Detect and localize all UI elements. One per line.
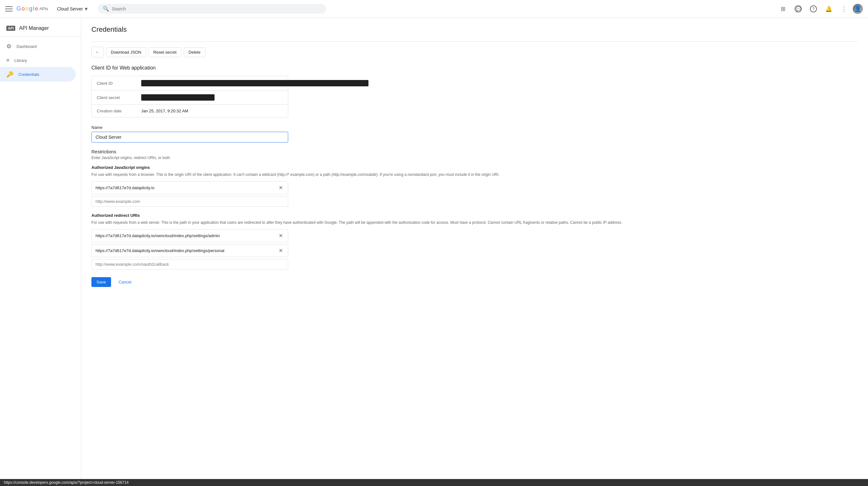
sidebar-item-dashboard[interactable]: ⚙ Dashboard — [0, 39, 76, 54]
client-id-row: Client ID ██████████████████████████████… — [92, 76, 288, 90]
redirect-uri-value-0: https://7a7d617e7d.dataplicity.io/ownclo… — [96, 233, 277, 238]
restrictions-section: Restrictions Enter JavaScript origins, r… — [91, 149, 858, 270]
project-name: Cloud Server — [57, 6, 83, 11]
js-origin-entry-0: https://7a7d617e7d.dataplicity.io ✕ — [91, 181, 288, 194]
client-id-label: Client ID — [97, 81, 141, 86]
search-container: 🔍 — [98, 4, 326, 14]
client-secret-redacted: ██████████████████████████████ — [141, 94, 215, 101]
api-badge: API — [6, 26, 15, 31]
sidebar-item-library[interactable]: ≡ Library — [0, 54, 76, 67]
save-row: Save Cancel — [91, 277, 858, 287]
feedback-icon-button[interactable]: 💬 — [792, 3, 805, 15]
js-origin-remove-0[interactable]: ✕ — [277, 184, 284, 191]
save-button[interactable]: Save — [91, 277, 111, 287]
name-input[interactable] — [91, 132, 288, 143]
more-options-button[interactable]: ⋮ — [838, 3, 850, 15]
js-origin-value-0: https://7a7d617e7d.dataplicity.io — [96, 185, 277, 190]
apps-icon-button[interactable]: ⊞ — [777, 3, 789, 15]
dashboard-icon: ⚙ — [6, 43, 11, 50]
help-icon-button[interactable]: ? — [807, 3, 820, 15]
page-title: Credentials — [91, 25, 858, 34]
apis-label: APIs — [39, 6, 48, 11]
topbar-actions: ⊞ 💬 ? 🔔 ⋮ 👤 — [777, 3, 863, 15]
feedback-icon: 💬 — [795, 5, 802, 12]
more-icon: ⋮ — [841, 5, 847, 13]
name-label: Name — [91, 125, 858, 130]
help-icon: ? — [810, 5, 817, 12]
name-form-group: Name — [91, 125, 858, 143]
notifications-icon-button[interactable]: 🔔 — [822, 3, 835, 15]
bell-icon: 🔔 — [825, 5, 832, 12]
client-secret-label: Client secret — [97, 95, 141, 100]
back-button[interactable]: ← — [91, 47, 103, 57]
redirect-uri-entry-1: https://7a7d617e7d.dataplicity.io/ownclo… — [91, 244, 288, 257]
sidebar-item-credentials[interactable]: 🔑 Credentials — [0, 67, 76, 82]
main-content: Credentials ← Download JSON Reset secret… — [81, 18, 868, 295]
google-logo: Google APIs — [17, 5, 48, 12]
redirect-uri-value-1: https://7a7d617e7d.dataplicity.io/ownclo… — [96, 248, 277, 253]
redirect-uris-desc: For use with requests from a web server.… — [91, 220, 858, 225]
js-origin-input[interactable] — [91, 196, 288, 207]
sidebar-item-label: Library — [14, 58, 27, 63]
sidebar-item-label: Credentials — [19, 72, 39, 77]
section-title: Client ID for Web application — [91, 65, 858, 71]
hamburger-menu[interactable] — [5, 5, 13, 13]
sidebar: API API Manager ⚙ Dashboard ≡ Library 🔑 … — [0, 18, 81, 295]
redirect-uri-entry-0: https://7a7d617e7d.dataplicity.io/ownclo… — [91, 229, 288, 242]
client-id-redacted: ████████████████████████████████████████… — [141, 80, 369, 86]
creation-date-label: Creation date — [97, 109, 141, 113]
avatar[interactable]: 👤 — [853, 4, 863, 14]
credentials-icon: 🔑 — [6, 71, 13, 78]
creation-date-row: Creation date Jan 25, 2017, 9:20:32 AM — [92, 105, 288, 117]
action-row: ← Download JSON Reset secret Delete — [91, 47, 858, 57]
restrictions-title: Restrictions — [91, 149, 858, 154]
apps-icon: ⊞ — [781, 5, 785, 12]
client-info-table: Client ID ██████████████████████████████… — [91, 76, 288, 117]
chevron-down-icon: ▾ — [85, 5, 88, 12]
redirect-uris-subsection: Authorized redirect URIs For use with re… — [91, 213, 858, 270]
search-icon: 🔍 — [103, 6, 109, 12]
client-id-value: ████████████████████████████████████████… — [141, 80, 369, 86]
sidebar-header: API API Manager — [0, 20, 81, 36]
js-origins-desc: For use with requests from a browser. Th… — [91, 172, 858, 178]
client-secret-row: Client secret ██████████████████████████… — [92, 90, 288, 105]
project-selector[interactable]: Cloud Server ▾ — [55, 4, 90, 14]
creation-date-value: Jan 25, 2017, 9:20:32 AM — [141, 109, 188, 113]
search-input[interactable] — [112, 6, 321, 11]
client-secret-value: ██████████████████████████████ — [141, 94, 215, 101]
sidebar-item-label: Dashboard — [17, 44, 37, 49]
library-icon: ≡ — [6, 57, 9, 63]
cancel-button[interactable]: Cancel — [114, 277, 136, 287]
js-origins-title: Authorized JavaScript origins — [91, 165, 858, 170]
redirect-uris-title: Authorized redirect URIs — [91, 213, 858, 218]
js-origins-subsection: Authorized JavaScript origins For use wi… — [91, 165, 858, 207]
topbar: Google APIs Cloud Server ▾ 🔍 ⊞ 💬 ? 🔔 ⋮ — [0, 0, 868, 18]
redirect-uri-remove-0[interactable]: ✕ — [277, 232, 284, 239]
delete-button[interactable]: Delete — [184, 47, 205, 57]
restrictions-subtitle: Enter JavaScript origins, redirect URIs,… — [91, 156, 858, 160]
download-json-button[interactable]: Download JSON — [106, 47, 146, 57]
sidebar-title: API Manager — [19, 25, 49, 31]
redirect-uri-input[interactable] — [91, 259, 288, 270]
reset-secret-button[interactable]: Reset secret — [149, 47, 181, 57]
redirect-uri-remove-1[interactable]: ✕ — [277, 247, 284, 254]
